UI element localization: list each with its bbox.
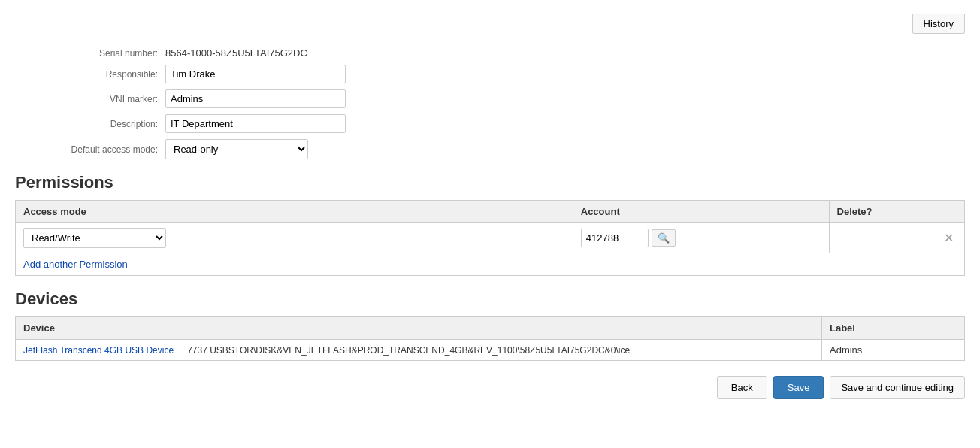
devices-table: Device Label JetFlash Transcend 4GB USB … (15, 316, 965, 361)
serial-number-label: Serial number: (45, 48, 165, 59)
account-input[interactable] (581, 229, 649, 247)
permissions-col-access-mode: Access mode (16, 201, 573, 223)
add-permission-row: Add another Permission (16, 253, 965, 276)
history-button[interactable]: History (912, 14, 965, 34)
form-section: Serial number: 8564-1000-58Z5U5LTAI75G2D… (45, 47, 965, 159)
footer-buttons: Back Save Save and continue editing (15, 376, 965, 399)
account-input-wrap: 🔍 (581, 229, 821, 247)
permissions-table: Access mode Account Delete? Read/Write R… (15, 200, 965, 276)
description-label: Description: (45, 119, 165, 129)
permission-access-mode-select[interactable]: Read/Write Read-only No access (23, 228, 166, 248)
devices-col-device: Device (16, 317, 822, 340)
responsible-label: Responsible: (45, 69, 165, 80)
account-cell: 🔍 (573, 223, 829, 253)
description-input[interactable] (165, 114, 346, 133)
vni-marker-label: VNI marker: (45, 94, 165, 104)
access-mode-cell: Read/Write Read-only No access (16, 223, 573, 253)
devices-header-row: Device Label (16, 317, 965, 340)
vni-marker-input[interactable] (165, 89, 346, 108)
save-continue-button[interactable]: Save and continue editing (830, 376, 965, 399)
back-button[interactable]: Back (717, 376, 767, 399)
device-name-link[interactable]: JetFlash Transcend 4GB USB Device (23, 345, 174, 356)
table-row: Read/Write Read-only No access 🔍 ✕ (16, 223, 965, 253)
device-name-cell: JetFlash Transcend 4GB USB Device 7737 U… (16, 340, 822, 361)
responsible-row: Responsible: (45, 65, 965, 83)
device-path: 7737 USBSTOR\DISK&VEN_JETFLASH&PROD_TRAN… (187, 345, 630, 356)
default-access-mode-row: Default access mode: Read-only Read/Writ… (45, 139, 965, 159)
serial-number-value: 8564-1000-58Z5U5LTAI75G2DC (165, 47, 307, 59)
table-row: JetFlash Transcend 4GB USB Device 7737 U… (16, 340, 965, 361)
search-icon: 🔍 (658, 232, 670, 244)
default-access-mode-select[interactable]: Read-only Read/Write No access (165, 139, 308, 159)
responsible-input[interactable] (165, 65, 346, 83)
description-row: Description: (45, 114, 965, 133)
top-bar: History (15, 8, 965, 40)
permissions-section-title: Permissions (15, 173, 965, 192)
permissions-header-row: Access mode Account Delete? (16, 201, 965, 223)
device-label-cell: Admins (822, 340, 965, 361)
devices-section-title: Devices (15, 289, 965, 309)
permissions-col-delete: Delete? (829, 201, 964, 223)
default-access-mode-label: Default access mode: (45, 144, 165, 155)
devices-col-label: Label (822, 317, 965, 340)
serial-number-row: Serial number: 8564-1000-58Z5U5LTAI75G2D… (45, 47, 965, 59)
add-permission-link[interactable]: Add another Permission (16, 253, 135, 275)
delete-cell: ✕ (829, 223, 964, 253)
delete-permission-button[interactable]: ✕ (941, 231, 957, 245)
permissions-col-account: Account (573, 201, 829, 223)
account-search-button[interactable]: 🔍 (652, 229, 676, 247)
save-button[interactable]: Save (773, 376, 824, 399)
vni-marker-row: VNI marker: (45, 89, 965, 108)
add-permission-cell: Add another Permission (16, 253, 965, 276)
